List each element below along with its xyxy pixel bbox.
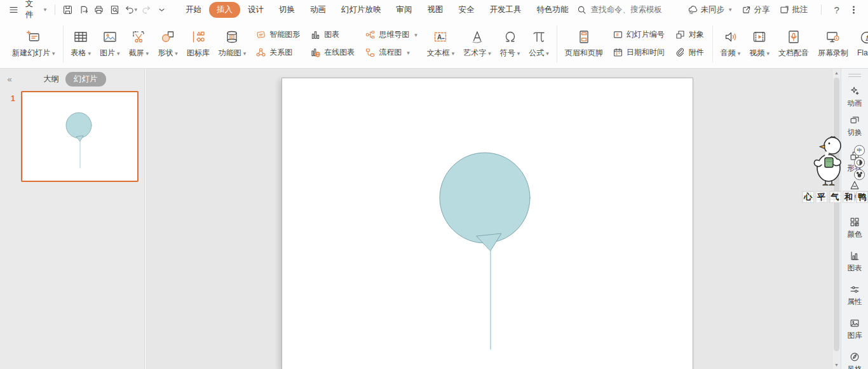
scrollbar-thumb[interactable] xyxy=(834,78,839,351)
print-preview-button[interactable] xyxy=(107,3,122,17)
vertical-scrollbar[interactable]: ▲ ▼ xyxy=(832,69,841,369)
search-input[interactable] xyxy=(590,4,679,15)
shapes-button[interactable]: 形状 xyxy=(153,22,182,66)
sidebar-item-animation[interactable]: 动画 xyxy=(841,85,868,108)
sidebar-item-colors[interactable]: 颜色 xyxy=(841,216,868,239)
help-button[interactable] xyxy=(834,4,839,15)
date-time-label: 日期和时间 xyxy=(627,47,665,58)
symbol-button[interactable]: 符号 xyxy=(496,22,525,66)
tab-outline[interactable]: 大纲 xyxy=(43,74,59,85)
tab-design[interactable]: 设计 xyxy=(240,2,271,18)
duck-button-center[interactable]: 中 xyxy=(854,145,865,156)
header-footer-button[interactable]: 页眉和页脚 xyxy=(560,22,607,66)
tab-animation[interactable]: 动画 xyxy=(302,2,334,18)
tab-insert[interactable]: 插入 xyxy=(209,2,240,18)
save-button[interactable] xyxy=(60,3,75,17)
command-search[interactable] xyxy=(576,4,679,15)
chart-icon xyxy=(310,29,321,40)
sidebar-label: 动画 xyxy=(848,99,862,108)
caption-char: 心 xyxy=(802,191,814,203)
textbox-button[interactable]: A 文本框 xyxy=(423,22,459,66)
divider xyxy=(712,25,713,62)
object-button[interactable]: 对象 xyxy=(672,28,707,41)
hamburger-icon[interactable] xyxy=(6,3,21,17)
export-button[interactable] xyxy=(76,3,91,17)
date-time-button[interactable]: 日期和时间 xyxy=(610,46,667,59)
sidebar-label: 属性 xyxy=(848,297,862,307)
slide-1-thumbnail[interactable] xyxy=(21,91,139,182)
tab-devtools[interactable]: 开发工具 xyxy=(482,2,529,18)
sidebar-item-properties[interactable]: 属性 xyxy=(841,284,868,307)
tab-security[interactable]: 安全 xyxy=(451,2,482,18)
video-button[interactable]: 视频 xyxy=(745,22,774,66)
new-slide-button[interactable]: 新建幻灯片 xyxy=(8,22,60,66)
sidebar-item-transition[interactable]: 切换 xyxy=(841,115,868,137)
duck-button-moon[interactable] xyxy=(854,157,865,168)
share-button[interactable]: 分享 xyxy=(741,4,770,15)
textbox-icon: A xyxy=(433,29,448,45)
attachment-button[interactable]: 附件 xyxy=(672,46,707,59)
mindmap-button[interactable]: 思维导图 xyxy=(362,28,420,41)
slide-1-number: 1 xyxy=(11,94,15,103)
relation-diagram-button[interactable]: 关系图 xyxy=(253,46,302,59)
duck-button-mickey[interactable] xyxy=(854,169,865,180)
picture-button[interactable]: 图片 xyxy=(95,22,125,66)
editing-canvas[interactable] xyxy=(146,69,832,369)
slide-number-icon: # xyxy=(613,29,623,40)
screenshot-button[interactable]: 截屏 xyxy=(125,22,154,66)
formula-button[interactable]: 公式 xyxy=(524,22,553,66)
balloon-shape[interactable] xyxy=(282,78,693,368)
divider xyxy=(55,4,55,15)
icon-library-button[interactable]: 图标库 xyxy=(182,22,214,66)
cloud-sync-icon xyxy=(688,4,698,15)
svg-text:f: f xyxy=(865,33,868,43)
doc-voice-button[interactable]: 文档配音 xyxy=(774,22,813,66)
doc-voice-label: 文档配音 xyxy=(778,48,809,59)
flash-button[interactable]: f Flash xyxy=(853,22,868,66)
share-label: 分享 xyxy=(754,4,770,15)
smartart-button[interactable]: 智能图形 xyxy=(253,28,302,41)
tab-view[interactable]: 视图 xyxy=(420,2,451,18)
sidebar-item-chart[interactable]: 图表 xyxy=(841,250,868,273)
more-menu-button[interactable] xyxy=(848,4,859,15)
redo-button[interactable] xyxy=(139,3,154,17)
tab-review[interactable]: 审阅 xyxy=(389,2,420,18)
screen-record-icon xyxy=(825,29,841,45)
online-chart-button[interactable]: 在线图表 xyxy=(308,46,357,59)
sidebar-drag-handle[interactable] xyxy=(848,72,861,79)
flowchart-button[interactable]: 流程图 xyxy=(362,46,420,59)
undo-button[interactable] xyxy=(123,3,138,17)
audio-label: 音频 xyxy=(721,48,736,59)
tab-slideshow[interactable]: 幻灯片放映 xyxy=(334,2,389,18)
audio-button[interactable]: 音频 xyxy=(716,22,745,66)
tab-transition[interactable]: 切换 xyxy=(271,2,302,18)
relation-diagram-icon xyxy=(255,47,266,58)
chart-button[interactable]: 图表 xyxy=(308,28,357,41)
caption-char: 平 xyxy=(815,191,828,204)
sidebar-item-gallery[interactable]: 图库 xyxy=(841,317,868,340)
slide-surface[interactable] xyxy=(281,78,693,369)
scroll-down-arrow[interactable]: ▼ xyxy=(832,363,841,367)
print-button[interactable] xyxy=(92,3,107,17)
tab-slides[interactable]: 幻灯片 xyxy=(65,72,106,87)
tab-home[interactable]: 开始 xyxy=(178,2,209,18)
duck-mascot-widget[interactable]: 中 心 平 气 和 鸭 xyxy=(802,135,868,207)
scroll-up-arrow[interactable]: ▲ xyxy=(832,71,841,75)
doc-voice-icon xyxy=(786,29,801,45)
collapse-panel-icon[interactable] xyxy=(0,74,19,84)
screen-record-button[interactable]: 屏幕录制 xyxy=(813,22,853,66)
table-icon xyxy=(73,29,88,45)
tab-features[interactable]: 特色功能 xyxy=(529,2,576,18)
wordart-button[interactable]: 艺术字 xyxy=(459,22,496,66)
flowchart-label: 流程图 xyxy=(379,47,402,58)
search-icon xyxy=(576,4,587,15)
slide-number-button[interactable]: # 幻灯片编号 xyxy=(610,28,667,41)
customize-toolbar-icon[interactable] xyxy=(154,3,169,17)
header-footer-icon xyxy=(576,29,592,45)
table-button[interactable]: 表格 xyxy=(67,22,96,66)
sidebar-item-style[interactable]: 风格 xyxy=(841,351,868,369)
function-diagram-label: 功能图 xyxy=(219,48,241,59)
function-diagram-button[interactable]: 功能图 xyxy=(214,22,251,66)
comment-button[interactable]: 批注 xyxy=(779,4,808,15)
sync-status[interactable]: 未同步 xyxy=(688,4,732,15)
